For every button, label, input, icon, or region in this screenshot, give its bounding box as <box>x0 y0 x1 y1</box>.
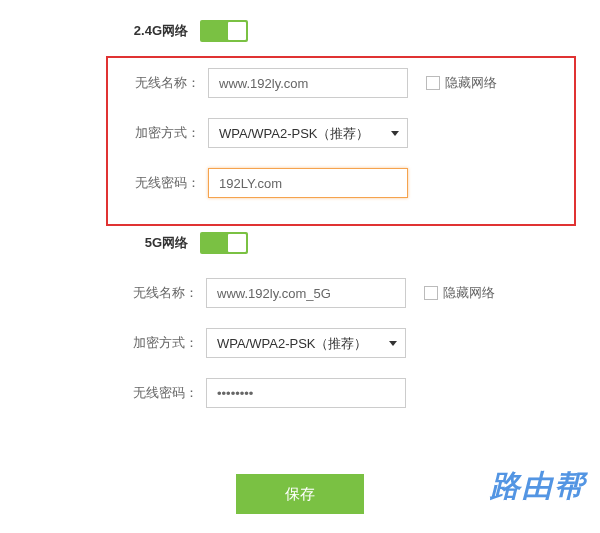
hide-network-24g-checkbox[interactable] <box>426 76 440 90</box>
encryption-5g-label: 加密方式： <box>124 334 206 352</box>
ssid-5g-input[interactable] <box>206 278 406 308</box>
password-24g-label: 无线密码： <box>126 174 208 192</box>
band-24g-title: 2.4G网络 <box>0 22 200 40</box>
ssid-24g-input[interactable] <box>208 68 408 98</box>
band-24g-settings-box: 无线名称： 隐藏网络 加密方式： WPA/WPA2-PSK（推荐） 无线密码： <box>106 56 576 226</box>
encryption-24g-select[interactable]: WPA/WPA2-PSK（推荐） <box>208 118 408 148</box>
save-button[interactable]: 保存 <box>236 474 364 514</box>
encryption-24g-label: 加密方式： <box>126 124 208 142</box>
password-5g-input[interactable] <box>206 378 406 408</box>
band-5g-toggle[interactable] <box>200 232 248 254</box>
password-5g-label: 无线密码： <box>124 384 206 402</box>
password-24g-input[interactable] <box>208 168 408 198</box>
ssid-5g-label: 无线名称： <box>124 284 206 302</box>
ssid-24g-label: 无线名称： <box>126 74 208 92</box>
band-24g-toggle[interactable] <box>200 20 248 42</box>
hide-network-5g-label: 隐藏网络 <box>443 284 495 302</box>
hide-network-24g-label: 隐藏网络 <box>445 74 497 92</box>
hide-network-5g-checkbox[interactable] <box>424 286 438 300</box>
encryption-5g-select[interactable]: WPA/WPA2-PSK（推荐） <box>206 328 406 358</box>
band-5g-settings-box: 无线名称： 隐藏网络 加密方式： WPA/WPA2-PSK（推荐） 无线密码： <box>0 268 600 446</box>
band-5g-title: 5G网络 <box>0 234 200 252</box>
